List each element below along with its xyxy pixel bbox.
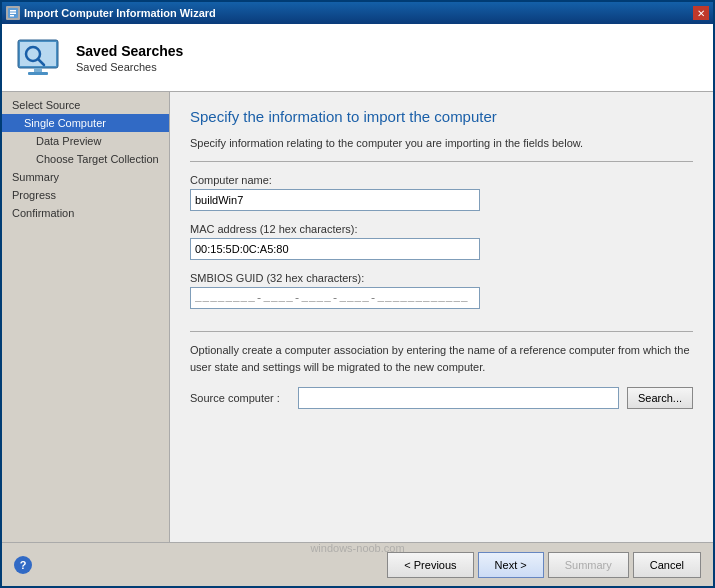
svg-rect-1 [10, 10, 16, 12]
sidebar: Select Source Single Computer Data Previ… [2, 92, 170, 542]
source-computer-row: Source computer : Search... [190, 387, 693, 409]
sidebar-item-progress[interactable]: Progress [2, 186, 169, 204]
content-description: Specify information relating to the comp… [190, 137, 693, 162]
sidebar-item-select-source[interactable]: Select Source [2, 96, 169, 114]
source-computer-input[interactable] [298, 387, 619, 409]
sidebar-item-summary[interactable]: Summary [2, 168, 169, 186]
window-title: Import Computer Information Wizard [24, 7, 216, 19]
sidebar-item-data-preview[interactable]: Data Preview [2, 132, 169, 150]
mac-address-group: MAC address (12 hex characters): [190, 223, 693, 260]
sidebar-item-choose-target[interactable]: Choose Target Collection [2, 150, 169, 168]
sidebar-item-single-computer[interactable]: Single Computer [2, 114, 169, 132]
svg-rect-9 [28, 72, 48, 75]
close-button[interactable]: ✕ [693, 6, 709, 20]
header-text: Saved Searches Saved Searches [76, 43, 183, 73]
wizard-window: Import Computer Information Wizard ✕ Sav… [0, 0, 715, 588]
source-computer-label: Source computer : [190, 392, 290, 404]
content-heading: Specify the information to import the co… [190, 108, 693, 125]
computer-name-group: Computer name: [190, 174, 693, 211]
header-title: Saved Searches [76, 43, 183, 59]
header-subtitle: Saved Searches [76, 61, 183, 73]
summary-button[interactable]: Summary [548, 552, 629, 578]
help-icon[interactable]: ? [14, 556, 32, 574]
computer-name-label: Computer name: [190, 174, 693, 186]
footer: ? < Previous Next > Summary Cancel [2, 542, 713, 586]
window-icon [6, 6, 20, 20]
association-description: Optionally create a computer association… [190, 342, 693, 375]
header-area: Saved Searches Saved Searches [2, 24, 713, 92]
svg-rect-2 [10, 13, 16, 15]
computer-name-input[interactable] [190, 189, 480, 211]
content-area: Specify the information to import the co… [170, 92, 713, 542]
svg-rect-3 [10, 15, 14, 17]
title-bar: Import Computer Information Wizard ✕ [2, 2, 713, 24]
next-button[interactable]: Next > [478, 552, 544, 578]
main-area: Select Source Single Computer Data Previ… [2, 92, 713, 542]
mac-address-input[interactable] [190, 238, 480, 260]
previous-button[interactable]: < Previous [387, 552, 473, 578]
smbios-group: SMBIOS GUID (32 hex characters): [190, 272, 693, 309]
sidebar-item-confirmation[interactable]: Confirmation [2, 204, 169, 222]
association-section: Optionally create a computer association… [190, 331, 693, 409]
smbios-label: SMBIOS GUID (32 hex characters): [190, 272, 693, 284]
wizard-icon [14, 34, 62, 82]
cancel-button[interactable]: Cancel [633, 552, 701, 578]
search-button[interactable]: Search... [627, 387, 693, 409]
mac-address-label: MAC address (12 hex characters): [190, 223, 693, 235]
smbios-input[interactable] [190, 287, 480, 309]
footer-left: ? [14, 556, 32, 574]
footer-buttons: < Previous Next > Summary Cancel [387, 552, 701, 578]
